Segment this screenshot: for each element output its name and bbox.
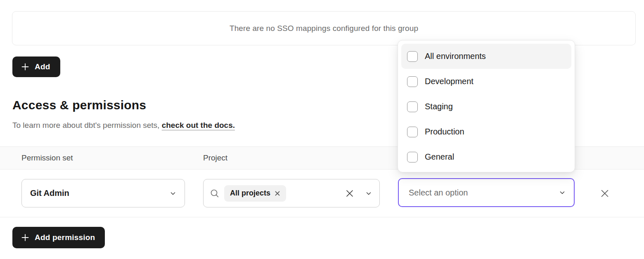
option-label: Staging bbox=[425, 102, 453, 111]
checkbox-icon[interactable] bbox=[407, 127, 418, 137]
remove-permission-row-button[interactable] bbox=[599, 187, 611, 200]
group-settings-page: There are no SSO mappings configured for… bbox=[0, 0, 644, 259]
dropdown-option-all-environments[interactable]: All environments bbox=[401, 44, 571, 69]
selected-project-chip[interactable]: All projects bbox=[224, 185, 286, 202]
permission-set-select[interactable]: Git Admin bbox=[21, 179, 185, 207]
dropdown-option-development[interactable]: Development bbox=[401, 69, 571, 94]
dropdown-option-staging[interactable]: Staging bbox=[401, 94, 571, 119]
column-header-project: Project bbox=[203, 153, 227, 162]
chevron-down-icon[interactable] bbox=[365, 189, 373, 198]
add-permission-button[interactable]: Add permission bbox=[12, 227, 105, 248]
dropdown-option-general[interactable]: General bbox=[401, 144, 571, 170]
clear-selection-icon[interactable] bbox=[345, 188, 355, 198]
add-button-label: Add bbox=[35, 62, 50, 71]
chip-label: All projects bbox=[230, 189, 270, 198]
checkbox-icon[interactable] bbox=[407, 152, 418, 162]
close-icon bbox=[599, 188, 610, 199]
option-label: Production bbox=[425, 127, 464, 137]
search-icon bbox=[209, 188, 220, 199]
environment-placeholder: Select an option bbox=[409, 188, 558, 198]
column-header-permission-set: Permission set bbox=[21, 153, 73, 162]
chip-remove-icon[interactable] bbox=[275, 191, 280, 196]
checkbox-icon[interactable] bbox=[407, 51, 418, 62]
plus-icon bbox=[21, 233, 30, 242]
checkbox-icon[interactable] bbox=[407, 76, 418, 87]
dropdown-option-production[interactable]: Production bbox=[401, 119, 571, 144]
chevron-down-icon bbox=[169, 189, 177, 198]
description-text: To learn more about dbt's permission set… bbox=[12, 121, 162, 130]
project-multiselect[interactable]: All projects bbox=[203, 179, 380, 207]
page-title: Access & permissions bbox=[12, 98, 146, 112]
sso-empty-message: There are no SSO mappings configured for… bbox=[230, 24, 418, 33]
permission-set-value: Git Admin bbox=[30, 188, 169, 198]
checkbox-icon[interactable] bbox=[407, 101, 418, 112]
option-label: General bbox=[425, 152, 454, 162]
docs-link[interactable]: check out the docs. bbox=[162, 121, 235, 130]
section-description: To learn more about dbt's permission set… bbox=[12, 121, 235, 130]
plus-icon bbox=[21, 62, 30, 71]
option-label: Development bbox=[425, 77, 474, 86]
add-permission-label: Add permission bbox=[35, 233, 95, 242]
environment-dropdown-panel: All environments Development Staging Pro… bbox=[398, 40, 575, 172]
option-label: All environments bbox=[425, 52, 486, 61]
add-sso-mapping-button[interactable]: Add bbox=[12, 57, 60, 77]
chevron-down-icon bbox=[558, 188, 566, 197]
environment-select[interactable]: Select an option bbox=[398, 178, 575, 207]
